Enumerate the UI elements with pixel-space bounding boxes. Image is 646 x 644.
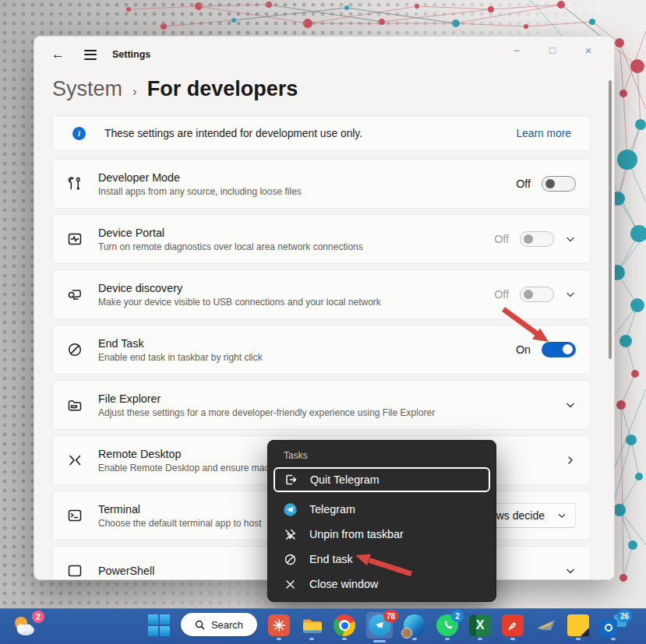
device-portal-icon <box>66 231 85 248</box>
windows-logo-icon <box>148 614 170 636</box>
menu-item-label: Telegram <box>309 503 355 516</box>
toggle-state-label: On <box>516 343 531 356</box>
active-indicator <box>373 640 386 642</box>
row-subtitle: Enable end task in taskbar by right clic… <box>98 352 263 363</box>
row-title: PowerShell <box>98 565 154 577</box>
remote-desktop-icon <box>66 452 85 469</box>
taskbar-app-plane[interactable] <box>535 612 556 640</box>
row-title: File Explorer <box>98 392 435 405</box>
taskbar-app-excel[interactable]: X <box>469 612 491 640</box>
telegram-context-menu: Tasks Quit Telegram Telegram <box>267 440 496 602</box>
running-indicator <box>412 638 417 640</box>
row-device-portal[interactable]: Device Portal Turn on remote diagnostics… <box>52 214 591 264</box>
row-title: Developer Mode <box>98 171 302 184</box>
toggle-state-label: Off <box>516 178 531 190</box>
scrollbar[interactable] <box>609 80 612 359</box>
breadcrumb: System › For developers <box>34 72 614 112</box>
developer-mode-toggle[interactable] <box>542 176 576 192</box>
folder-icon <box>66 396 85 413</box>
row-end-task: End Task Enable end task in taskbar by r… <box>52 325 591 375</box>
running-indicator <box>611 638 616 640</box>
powershell-icon <box>66 562 85 579</box>
menu-item-telegram[interactable]: Telegram <box>273 497 491 522</box>
taskbar-app-starburst[interactable] <box>268 612 290 640</box>
taskbar-app-whatsapp[interactable]: 2 <box>436 612 458 640</box>
close-icon <box>283 579 297 590</box>
running-indicator <box>576 638 581 640</box>
learn-more-link[interactable]: Learn more <box>516 128 571 139</box>
menu-item-close-window[interactable]: Close window <box>273 572 491 596</box>
excel-icon: X <box>469 614 491 636</box>
running-indicator <box>445 638 450 640</box>
menu-item-quit-telegram[interactable]: Quit Telegram <box>274 467 490 492</box>
window-controls: − □ × <box>499 37 606 63</box>
running-indicator <box>478 638 482 640</box>
profile-avatar <box>401 628 412 639</box>
desktop: ← Settings − □ × System › For developers… <box>0 0 646 644</box>
taskbar: 2 Search <box>0 608 646 644</box>
taskbar-app-outlook[interactable]: 26 <box>600 612 627 640</box>
toggle-state-label: Off <box>494 288 509 301</box>
telegram-icon <box>283 503 297 516</box>
page-title: For developers <box>147 77 298 101</box>
context-menu-header: Tasks <box>273 445 491 467</box>
row-subtitle: Adjust these settings for a more develop… <box>98 407 435 418</box>
taskbar-app-telegram[interactable]: 78 <box>366 612 393 642</box>
taskbar-weather-widget[interactable]: 2 <box>11 613 39 641</box>
running-indicator <box>277 638 281 640</box>
chevron-down-icon[interactable] <box>565 234 576 245</box>
maximize-button[interactable]: □ <box>535 37 570 63</box>
row-title: End Task <box>98 337 263 350</box>
weather-badge: 2 <box>32 611 44 623</box>
end-task-toggle[interactable] <box>542 342 576 357</box>
breadcrumb-system[interactable]: System <box>52 77 122 101</box>
taskbar-app-chrome[interactable] <box>334 612 355 640</box>
chevron-right-icon[interactable] <box>565 455 576 466</box>
chevron-down-icon[interactable] <box>565 565 576 576</box>
menu-item-unpin[interactable]: Unpin from taskbar <box>273 522 491 547</box>
chrome-icon <box>334 614 355 636</box>
breadcrumb-separator: › <box>132 84 137 100</box>
row-device-discovery[interactable]: Device discovery Make your device visibl… <box>52 269 591 319</box>
chevron-down-icon <box>557 511 567 520</box>
running-indicator <box>309 638 314 640</box>
close-button[interactable]: × <box>570 37 606 63</box>
row-subtitle: Install apps from any source, including … <box>98 186 302 197</box>
row-subtitle: Turn on remote diagnostics over local ar… <box>98 241 363 252</box>
menu-item-label: Close window <box>309 578 378 590</box>
end-task-icon <box>66 341 85 358</box>
menu-item-label: End task <box>309 553 353 565</box>
row-file-explorer[interactable]: File Explorer Adjust these settings for … <box>52 380 591 430</box>
running-indicator <box>342 638 347 640</box>
taskbar-app-file-explorer[interactable] <box>301 612 323 640</box>
file-explorer-icon <box>301 614 323 636</box>
start-button[interactable] <box>148 612 170 640</box>
menu-item-label: Unpin from taskbar <box>309 528 404 540</box>
whatsapp-badge: 2 <box>451 610 464 622</box>
device-discovery-toggle <box>520 287 554 302</box>
row-subtitle: Make your device visible to USB connecti… <box>98 297 381 308</box>
minimize-button[interactable]: − <box>499 37 535 63</box>
row-subtitle: Choose the default terminal app to host <box>98 518 261 529</box>
row-developer-mode: Developer Mode Install apps from any sou… <box>52 159 591 209</box>
search-icon <box>195 620 205 630</box>
navigation-menu-button[interactable] <box>84 50 97 60</box>
quit-icon <box>284 473 298 487</box>
row-title: Remote Desktop <box>98 448 269 460</box>
taskbar-app-acrobat[interactable] <box>502 612 524 640</box>
menu-item-end-task[interactable]: End task <box>273 547 491 572</box>
starburst-app-icon <box>268 614 290 636</box>
menu-item-label: Quit Telegram <box>310 473 379 486</box>
chevron-down-icon[interactable] <box>565 289 576 300</box>
chevron-down-icon[interactable] <box>565 399 576 410</box>
row-title: Terminal <box>98 503 261 516</box>
info-banner: i These settings are intended for develo… <box>52 115 591 151</box>
back-button[interactable]: ← <box>51 47 67 62</box>
plane-app-icon <box>535 614 556 636</box>
taskbar-app-sticky-notes[interactable] <box>567 612 589 640</box>
taskbar-search[interactable]: Search <box>181 613 257 636</box>
taskbar-app-edge[interactable] <box>404 612 425 640</box>
device-discovery-icon <box>66 286 85 303</box>
unpin-icon <box>283 528 297 541</box>
telegram-badge: 78 <box>383 610 398 622</box>
